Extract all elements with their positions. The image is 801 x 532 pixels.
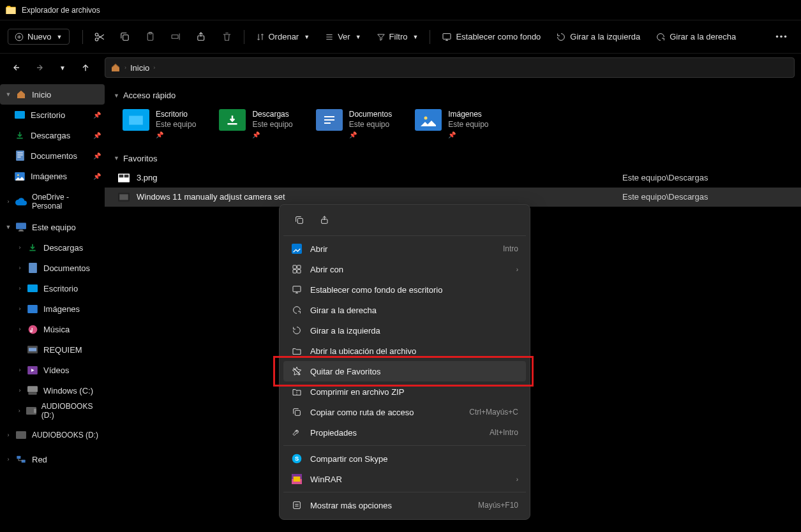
- copy-icon: [119, 31, 130, 42]
- rotate-right-icon: [655, 32, 666, 42]
- sidebar-home[interactable]: ▼ Inicio: [0, 84, 105, 105]
- sidebar-downloads[interactable]: Descargas 📌: [0, 125, 105, 145]
- sidebar-pc-windows-c[interactable]: ›Windows (C:): [0, 380, 105, 401]
- image-app-icon: [291, 243, 303, 255]
- drive-icon: [27, 344, 38, 355]
- share-button[interactable]: [190, 26, 213, 48]
- cm-open-location[interactable]: Abrir la ubicación del archivo: [283, 341, 526, 361]
- cm-copy-button[interactable]: [288, 211, 310, 229]
- desktop-folder-icon: [123, 109, 149, 131]
- rename-button[interactable]: [165, 26, 188, 48]
- qa-pictures[interactable]: ImágenesEste equipo📌: [415, 109, 488, 140]
- sidebar-pc-requiem[interactable]: REQUIEM: [0, 339, 105, 360]
- chevron-right-icon: ›: [15, 326, 24, 332]
- cm-compress-zip[interactable]: Comprimir en archivo ZIP: [283, 381, 526, 402]
- chevron-down-icon: ▼: [57, 34, 63, 40]
- recent-button[interactable]: ▼: [52, 57, 73, 78]
- chevron-right-icon: ›: [124, 64, 126, 71]
- favorites-header[interactable]: ▼ Favoritos: [105, 151, 801, 166]
- cut-button[interactable]: [88, 26, 111, 48]
- rotate-left-button[interactable]: Girar a la izquierda: [550, 28, 647, 46]
- up-button[interactable]: [75, 57, 96, 78]
- chevron-down-icon: ▼: [4, 91, 13, 98]
- svg-rect-61: [294, 502, 301, 509]
- sidebar-pc-documents[interactable]: ›Documentos: [0, 258, 105, 278]
- qa-desktop[interactable]: EscritorioEste equipo📌: [123, 109, 196, 140]
- chevron-right-icon: ›: [153, 64, 155, 71]
- sidebar-thispc[interactable]: ▼ Este equipo: [0, 217, 105, 237]
- forward-button[interactable]: [29, 57, 50, 78]
- sidebar-pc-videos[interactable]: ›Vídeos: [0, 360, 105, 380]
- sidebar-pc-desktop[interactable]: ›Escritorio: [0, 278, 105, 299]
- sidebar-pc-music[interactable]: ›Música: [0, 319, 105, 339]
- qa-documents[interactable]: DocumentosEste equipo📌: [316, 109, 392, 140]
- rotate-right-button[interactable]: Girar a la derecha: [649, 28, 742, 46]
- paste-button[interactable]: [139, 26, 162, 48]
- back-button[interactable]: [6, 57, 27, 78]
- chevron-right-icon: ›: [15, 408, 24, 414]
- quickaccess-header[interactable]: ▼ Acceso rápido: [105, 88, 801, 103]
- delete-button[interactable]: [216, 26, 239, 48]
- svg-rect-29: [34, 409, 36, 413]
- chevron-right-icon: ›: [4, 432, 13, 438]
- sidebar: ▼ Inicio Escritorio 📌 Descargas 📌 Docume…: [0, 82, 105, 532]
- svg-rect-21: [27, 305, 38, 313]
- home-icon: [15, 89, 27, 100]
- pin-icon: 📌: [156, 131, 196, 140]
- titlebar: Explorador de archivos: [0, 0, 801, 20]
- svg-rect-49: [292, 244, 302, 254]
- sidebar-documents[interactable]: Documentos 📌: [0, 145, 105, 166]
- sidebar-pc-pictures[interactable]: ›Imágenes: [0, 299, 105, 319]
- cm-rotate-right[interactable]: Girar a la derecha: [283, 300, 526, 320]
- more-options-icon: [291, 499, 303, 511]
- sidebar-audiobooks2[interactable]: ›AUDIOBOOKS (D:): [0, 425, 105, 445]
- sidebar-onedrive[interactable]: › OneDrive - Personal: [0, 191, 105, 212]
- document-icon: [27, 262, 38, 274]
- rotate-right-icon: [291, 304, 303, 316]
- winrar-icon: [291, 473, 303, 485]
- cm-share-button[interactable]: [314, 211, 336, 229]
- sort-button[interactable]: Ordenar ▼: [250, 28, 317, 45]
- share-icon: [196, 31, 207, 42]
- usb-icon: [26, 405, 36, 417]
- favorites-list: 3.png Este equipo\Descargas Windows 11 m…: [105, 166, 801, 209]
- more-button[interactable]: •••: [770, 26, 793, 48]
- share-icon: [320, 215, 330, 225]
- svg-rect-47: [297, 218, 303, 223]
- cm-winrar[interactable]: WinRAR ›: [283, 469, 526, 489]
- cm-openwith[interactable]: Abrir con ›: [283, 259, 526, 279]
- svg-rect-44: [124, 175, 129, 178]
- cm-remove-favorites[interactable]: Quitar de Favoritos: [283, 361, 526, 381]
- cm-more-options[interactable]: Mostrar más opciones Mayús+F10: [283, 495, 526, 515]
- chevron-right-icon: ›: [15, 265, 24, 271]
- sidebar-desktop[interactable]: Escritorio 📌: [0, 105, 105, 125]
- svg-rect-16: [16, 223, 26, 229]
- set-bg-button[interactable]: Establecer como fondo: [435, 28, 547, 46]
- favorite-item[interactable]: 3.png Este equipo\Descargas: [105, 168, 801, 188]
- cm-skype[interactable]: S Compartir con Skype: [283, 448, 526, 469]
- cm-properties[interactable]: Propiedades Alt+Intro: [283, 422, 526, 443]
- sidebar-pc-downloads[interactable]: ›Descargas: [0, 237, 105, 258]
- breadcrumb[interactable]: › Inicio ›: [105, 57, 795, 78]
- cm-copy-path[interactable]: Copiar como ruta de acceso Ctrl+Mayús+C: [283, 402, 526, 422]
- arrow-right-icon: [34, 63, 45, 73]
- cm-set-bg[interactable]: Establecer como fondo de escritorio: [283, 279, 526, 300]
- sidebar-pictures[interactable]: Imágenes 📌: [0, 166, 105, 186]
- breadcrumb-home[interactable]: Inicio: [130, 63, 149, 73]
- sidebar-pc-audiobooks1[interactable]: ›AUDIOBOOKS (D:): [0, 401, 105, 421]
- new-button[interactable]: Nuevo ▼: [8, 29, 70, 45]
- qa-downloads[interactable]: DescargasEste equipo📌: [219, 109, 292, 140]
- document-icon: [14, 150, 26, 161]
- copy-button[interactable]: [114, 26, 137, 48]
- svg-point-15: [17, 174, 19, 176]
- sidebar-network[interactable]: ›Red: [0, 449, 105, 469]
- copy-icon: [294, 215, 304, 225]
- rotate-left-icon: [291, 325, 303, 336]
- pin-icon: 📌: [93, 132, 101, 139]
- cm-open[interactable]: Abrir Intro: [283, 239, 526, 259]
- view-button[interactable]: Ver ▼: [318, 28, 367, 45]
- cm-rotate-left[interactable]: Girar a la izquierda: [283, 320, 526, 341]
- svg-rect-38: [324, 119, 334, 121]
- copy-path-icon: [291, 406, 303, 418]
- filter-button[interactable]: Filtro ▼: [370, 28, 425, 45]
